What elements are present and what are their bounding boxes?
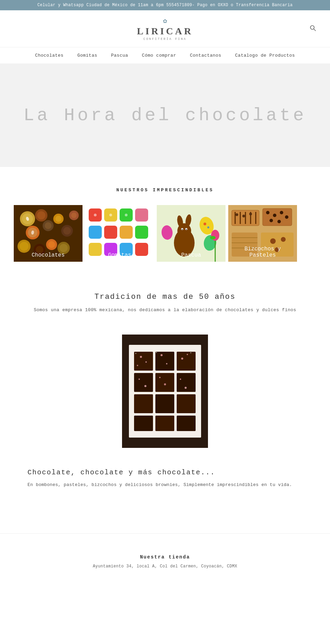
footer-store-title: Nuestra tienda <box>14 554 316 560</box>
svg-rect-31 <box>135 208 148 222</box>
svg-rect-91 <box>177 352 196 371</box>
svg-point-68 <box>235 213 238 216</box>
nav-chocolates[interactable]: Chocolates <box>35 53 64 58</box>
header: ✿ LIRICAR CONFITERÍA FINA <box>0 10 330 47</box>
main-nav: Chocolates Gomitas Pascua Cómo comprar C… <box>0 47 330 64</box>
svg-point-40 <box>94 214 97 216</box>
top-bar-text: Celular y Whatsapp Ciudad de México de 1… <box>37 3 293 8</box>
svg-point-75 <box>280 211 283 214</box>
svg-point-42 <box>125 214 128 216</box>
tradition-description: Somos una empresa 100% mexicana, nos ded… <box>28 307 302 314</box>
svg-rect-98 <box>134 416 153 431</box>
svg-point-116 <box>156 352 157 353</box>
svg-point-103 <box>137 365 138 366</box>
logo[interactable]: ✿ LIRICAR CONFITERÍA FINA <box>137 16 193 41</box>
nav-como-comprar[interactable]: Cómo comprar <box>142 53 176 58</box>
svg-point-111 <box>164 383 166 385</box>
brownie-section <box>0 324 330 462</box>
svg-point-74 <box>273 214 276 217</box>
svg-point-55 <box>204 223 206 225</box>
svg-point-101 <box>140 356 142 358</box>
svg-point-6 <box>37 211 45 219</box>
svg-point-105 <box>166 363 167 364</box>
category-pascua[interactable]: Pascua <box>157 205 226 262</box>
svg-point-56 <box>207 226 209 228</box>
svg-point-102 <box>145 361 147 363</box>
svg-rect-97 <box>177 394 196 413</box>
svg-point-114 <box>135 353 136 354</box>
svg-point-118 <box>190 352 191 353</box>
svg-point-20 <box>48 241 55 248</box>
svg-rect-90 <box>155 352 174 371</box>
svg-rect-89 <box>134 352 153 371</box>
svg-point-10 <box>45 222 52 229</box>
svg-point-109 <box>144 385 146 387</box>
svg-point-0 <box>310 25 314 29</box>
nav-pascua[interactable]: Pascua <box>111 53 128 58</box>
svg-point-59 <box>210 236 216 239</box>
nav-catalogo[interactable]: Catalogo de Productos <box>235 53 295 58</box>
category-bizcochos[interactable]: Bizcochos y Pasteles <box>228 205 297 262</box>
svg-point-117 <box>175 350 176 351</box>
hero-section: La Hora del chocolate <box>0 64 330 167</box>
svg-line-1 <box>314 29 316 31</box>
category-gomitas-label: Gomitas <box>85 249 154 262</box>
svg-rect-94 <box>177 373 196 392</box>
svg-point-110 <box>159 377 161 378</box>
top-bar: Celular y Whatsapp Ciudad de México de 1… <box>0 0 330 10</box>
svg-point-108 <box>139 379 140 380</box>
category-chocolates[interactable]: Chocolates <box>14 205 82 262</box>
nav-gomitas[interactable]: Gomitas <box>77 53 97 58</box>
choc-section-description: En bombones, pasteles, bizcochos y delic… <box>28 481 302 489</box>
footer: Nuestra tienda Ayuntamiento 34, local A,… <box>0 533 330 583</box>
svg-point-106 <box>181 358 183 360</box>
svg-rect-96 <box>155 394 174 413</box>
svg-point-76 <box>285 215 288 219</box>
category-gomitas[interactable]: Gomitas <box>85 205 154 262</box>
svg-rect-34 <box>120 226 133 239</box>
category-pascua-label: Pascua <box>157 249 226 262</box>
logo-name: LIRICAR <box>137 26 193 37</box>
tradition-title: Tradicion de mas de 50 años <box>28 293 302 301</box>
svg-point-78 <box>277 220 281 223</box>
svg-point-24 <box>71 213 77 218</box>
svg-point-14 <box>63 227 71 235</box>
logo-subtitle: CONFITERÍA FINA <box>143 37 187 41</box>
svg-point-112 <box>180 379 181 380</box>
svg-point-70 <box>249 213 252 215</box>
svg-point-51 <box>186 229 187 230</box>
category-grid: Chocolates <box>14 205 316 262</box>
svg-point-73 <box>266 211 270 214</box>
svg-rect-92 <box>134 373 153 392</box>
svg-rect-35 <box>135 226 148 239</box>
tradition-section: Tradicion de mas de 50 años Somos una em… <box>0 275 330 324</box>
search-icon[interactable] <box>309 24 316 33</box>
svg-point-41 <box>109 214 112 216</box>
svg-point-50 <box>182 229 183 230</box>
svg-point-113 <box>185 387 187 389</box>
svg-rect-95 <box>134 394 153 413</box>
svg-point-77 <box>270 219 273 222</box>
choc-text-section: Chocolate, chocolate y más chocolate... … <box>0 462 330 506</box>
logo-flower-icon: ✿ <box>163 16 167 25</box>
nav-contactanos[interactable]: Contactanos <box>190 53 221 58</box>
svg-point-12 <box>55 216 62 222</box>
svg-point-104 <box>161 354 163 356</box>
hero-title: La Hora del chocolate <box>23 105 306 126</box>
brownie-image <box>122 335 208 448</box>
svg-point-85 <box>281 237 286 242</box>
choc-section-title: Chocolate, chocolate y más chocolate... <box>28 468 302 476</box>
svg-point-107 <box>187 354 188 355</box>
category-bizcochos-label: Bizcochos y Pasteles <box>228 242 297 262</box>
svg-rect-33 <box>104 226 117 239</box>
svg-rect-93 <box>155 373 174 392</box>
svg-point-115 <box>142 351 143 351</box>
svg-rect-99 <box>155 416 174 431</box>
svg-rect-100 <box>177 416 196 431</box>
footer-address: Ayuntamiento 34, local A, Col del Carmen… <box>14 564 316 569</box>
imprescindibles-section: NUESTROS IMPRESCINDIBLES <box>0 167 330 275</box>
category-chocolates-label: Chocolates <box>14 249 82 262</box>
svg-rect-32 <box>89 226 102 239</box>
section-imprescindibles-title: NUESTROS IMPRESCINDIBLES <box>14 188 316 193</box>
svg-point-69 <box>242 215 245 217</box>
